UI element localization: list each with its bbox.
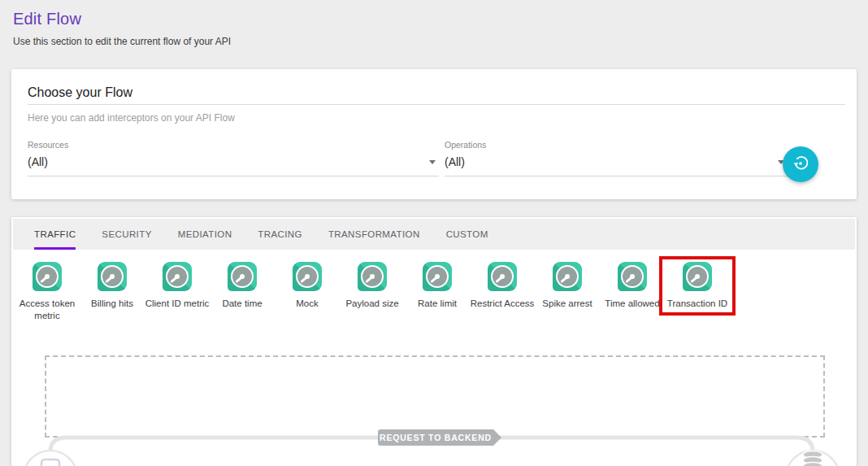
policy-designer-card: TRAFFIC SECURITY MEDIATION TRACING TRANS… — [11, 217, 857, 466]
gauge-icon — [228, 262, 257, 291]
policy-palette: Access token metric Billing hits Client … — [15, 262, 730, 322]
policy-drop-zone[interactable] — [45, 355, 825, 438]
divider — [28, 104, 845, 105]
gauge-icon — [163, 262, 192, 291]
policy-access-token-metric[interactable]: Access token metric — [15, 262, 80, 322]
tab-tracing[interactable]: TRACING — [245, 219, 315, 250]
gauge-icon — [618, 262, 647, 291]
gauge-icon — [553, 262, 582, 291]
tab-custom[interactable]: CUSTOM — [433, 219, 501, 250]
policy-label: Time allowed — [600, 298, 665, 310]
policy-spike-arrest[interactable]: Spike arrest — [535, 262, 600, 310]
resources-label: Resources — [28, 140, 439, 150]
gauge-icon — [293, 262, 322, 291]
policy-label: Date time — [210, 298, 275, 310]
gauge-icon — [488, 262, 517, 291]
database-icon — [803, 451, 822, 466]
resources-value[interactable]: (All) — [28, 155, 439, 176]
operations-selected-value: (All) — [445, 155, 465, 168]
policy-label: Restrict Access — [470, 298, 535, 310]
policy-date-time[interactable]: Date time — [210, 262, 275, 310]
operations-value[interactable]: (All) — [445, 155, 788, 176]
gauge-icon — [98, 262, 127, 291]
client-icon — [41, 459, 59, 466]
policy-time-allowed[interactable]: Time allowed — [600, 262, 665, 310]
page-title: Edit Flow — [13, 10, 231, 28]
policy-label: Rate limit — [405, 298, 470, 310]
flow-card-hint: Here you can add interceptors on your AP… — [28, 112, 235, 124]
policy-billing-hits[interactable]: Billing hits — [80, 262, 145, 310]
policy-label: Mock — [275, 298, 340, 310]
policy-label: Billing hits — [80, 298, 145, 310]
policy-rate-limit[interactable]: Rate limit — [405, 262, 470, 310]
operations-label: Operations — [445, 140, 788, 150]
policy-label: Access token metric — [15, 298, 80, 322]
flow-card-title: Choose your Flow — [28, 85, 132, 100]
policy-label: Spike arrest — [535, 298, 600, 310]
operations-select[interactable]: Operations (All) — [445, 140, 788, 176]
policy-mock[interactable]: Mock — [275, 262, 340, 310]
policy-payload-size[interactable]: Payload size — [340, 262, 405, 310]
tab-transformation[interactable]: TRANSFORMATION — [315, 219, 433, 250]
reset-flow-button[interactable] — [783, 146, 818, 182]
resources-selected-value: (All) — [28, 155, 48, 168]
resources-select[interactable]: Resources (All) — [28, 140, 439, 176]
request-to-backend-banner: REQUEST TO BACKEND — [378, 429, 493, 446]
page-header: Edit Flow Use this section to edit the c… — [13, 10, 231, 47]
gauge-icon — [683, 262, 712, 291]
backend-endpoint-node — [786, 451, 840, 466]
flow-chooser-card: Choose your Flow Here you can add interc… — [11, 69, 857, 199]
gauge-icon — [358, 262, 387, 291]
dropdown-arrow-icon[interactable] — [429, 160, 436, 164]
tab-mediation[interactable]: MEDIATION — [165, 219, 245, 250]
policy-label: Payload size — [340, 298, 405, 310]
page-subtitle: Use this section to edit the current flo… — [13, 36, 231, 47]
policy-tab-bar: TRAFFIC SECURITY MEDIATION TRACING TRANS… — [13, 219, 855, 250]
client-endpoint-node — [24, 451, 77, 466]
tab-security[interactable]: SECURITY — [89, 219, 164, 250]
policy-client-id-metric[interactable]: Client ID metric — [145, 262, 210, 310]
tab-traffic[interactable]: TRAFFIC — [21, 219, 89, 250]
policy-transaction-id-highlighted[interactable]: Transaction ID — [665, 262, 730, 310]
policy-label: Transaction ID — [665, 298, 730, 310]
policy-restrict-access[interactable]: Restrict Access — [470, 262, 535, 310]
restore-icon — [792, 155, 809, 175]
gauge-icon — [423, 262, 452, 291]
gauge-icon — [33, 262, 62, 291]
policy-label: Client ID metric — [145, 298, 210, 310]
